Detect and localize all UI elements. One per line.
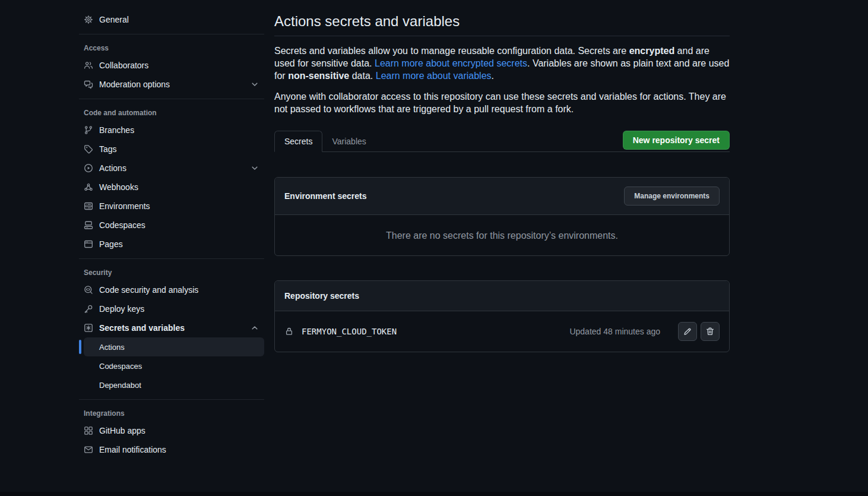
- sidebar-item-codespaces[interactable]: Codespaces: [79, 216, 264, 235]
- sidebar-item-actions[interactable]: Actions: [79, 159, 264, 178]
- server-icon: [84, 201, 93, 211]
- sidebar-subitem-label: Codespaces: [99, 362, 142, 371]
- chevron-down-icon: [250, 163, 259, 173]
- intro-bold-encrypted: encrypted: [629, 46, 674, 56]
- sidebar-item-moderation-options[interactable]: Moderation options: [79, 75, 264, 94]
- tab-row: Secrets Variables New repository secret: [274, 131, 730, 152]
- environment-secrets-header: Environment secrets Manage environments: [275, 178, 729, 215]
- play-icon: [84, 163, 93, 173]
- repository-secrets-box: Repository secrets FERMYON_CLOUD_TOKEN U…: [274, 280, 730, 352]
- delete-secret-button[interactable]: [701, 322, 720, 341]
- sidebar-item-label: Secrets and variables: [99, 323, 185, 333]
- new-repository-secret-button[interactable]: New repository secret: [623, 131, 730, 150]
- link-learn-variables[interactable]: Learn more about variables: [376, 71, 492, 81]
- sidebar-section-security: Security: [79, 264, 264, 280]
- sidebar-item-branches[interactable]: Branches: [79, 121, 264, 140]
- sidebar-item-environments[interactable]: Environments: [79, 197, 264, 216]
- sidebar-item-tags[interactable]: Tags: [79, 140, 264, 159]
- comment-discussion-icon: [84, 80, 93, 89]
- sidebar-item-code-security-and-analysis[interactable]: Code security and analysis: [79, 280, 264, 299]
- window-bottom-edge: [0, 492, 868, 496]
- sidebar-item-label: Branches: [99, 125, 134, 135]
- repository-secrets-title: Repository secrets: [284, 290, 359, 302]
- sidebar-subitem-label: Actions: [99, 343, 125, 352]
- sidebar-item-label: General: [99, 15, 129, 24]
- sidebar-item-label: GitHub apps: [99, 426, 145, 435]
- sidebar-item-webhooks[interactable]: Webhooks: [79, 178, 264, 197]
- environment-secrets-box: Environment secrets Manage environments …: [274, 177, 730, 256]
- key-asterisk-icon: [84, 323, 93, 333]
- codespaces-icon: [84, 220, 93, 230]
- intro-bold-non-sensitive: non-sensitive: [288, 71, 349, 81]
- browser-icon: [84, 239, 93, 249]
- sidebar-item-pages[interactable]: Pages: [79, 235, 264, 254]
- secret-name: FERMYON_CLOUD_TOKEN: [302, 327, 397, 336]
- environment-secrets-empty-state: There are no secrets for this repository…: [275, 215, 729, 255]
- sidebar-item-label: Actions: [99, 163, 126, 173]
- sidebar-item-label: Deploy keys: [99, 304, 144, 314]
- intro-text: data.: [349, 71, 375, 81]
- intro-paragraph: Secrets and variables allow you to manag…: [274, 45, 730, 82]
- edit-secret-button[interactable]: [678, 322, 697, 341]
- sidebar-item-label: Moderation options: [99, 80, 170, 89]
- main-content: Actions secrets and variables Secrets an…: [274, 0, 730, 352]
- webhook-icon: [84, 182, 93, 192]
- chevron-down-icon: [250, 80, 259, 89]
- tab-variables[interactable]: Variables: [322, 131, 375, 151]
- sidebar-section-access: Access: [79, 39, 264, 56]
- lock-icon: [284, 327, 294, 336]
- sidebar-item-deploy-keys[interactable]: Deploy keys: [79, 299, 264, 318]
- sidebar-item-collaborators[interactable]: Collaborators: [79, 56, 264, 75]
- sidebar-item-general[interactable]: General: [79, 10, 264, 29]
- tab-secrets[interactable]: Secrets: [274, 131, 322, 152]
- sidebar-item-label: Code security and analysis: [99, 285, 198, 295]
- intro-text: Secrets and variables allow you to manag…: [274, 46, 629, 56]
- sidebar-subitem-label: Dependabot: [99, 381, 141, 390]
- divider: [79, 99, 264, 99]
- codescan-icon: [84, 285, 93, 295]
- git-branch-icon: [84, 125, 93, 135]
- sidebar-item-label: Codespaces: [99, 220, 145, 230]
- tag-icon: [84, 144, 93, 154]
- settings-sidebar: General Access Collaborators Moderation …: [79, 10, 264, 459]
- people-icon: [84, 61, 93, 70]
- trash-icon: [705, 327, 715, 336]
- sidebar-subitem-codespaces[interactable]: Codespaces: [84, 356, 264, 375]
- chevron-up-icon: [250, 323, 259, 333]
- secret-updated-timestamp: Updated 48 minutes ago: [569, 327, 660, 336]
- mail-icon: [84, 445, 93, 454]
- key-icon: [84, 304, 93, 314]
- sidebar-section-integrations: Integrations: [79, 405, 264, 421]
- sidebar-item-secrets-and-variables[interactable]: Secrets and variables: [79, 318, 264, 337]
- secret-row: FERMYON_CLOUD_TOKEN Updated 48 minutes a…: [275, 311, 729, 352]
- sidebar-item-email-notifications[interactable]: Email notifications: [79, 440, 264, 459]
- environment-secrets-title: Environment secrets: [284, 190, 367, 202]
- repository-secrets-header: Repository secrets: [275, 281, 729, 311]
- sidebar-item-label: Webhooks: [99, 182, 138, 192]
- manage-environments-button[interactable]: Manage environments: [624, 187, 720, 206]
- intro-text: .: [492, 71, 494, 81]
- sidebar-item-label: Environments: [99, 201, 150, 211]
- divider: [79, 258, 264, 259]
- sidebar-subitem-dependabot[interactable]: Dependabot: [84, 375, 264, 394]
- active-indicator-bar: [79, 340, 81, 354]
- sidebar-item-label: Tags: [99, 144, 117, 154]
- divider: [79, 399, 264, 400]
- pencil-icon: [683, 327, 692, 336]
- sidebar-item-label: Pages: [99, 239, 123, 249]
- sidebar-subitem-actions[interactable]: Actions: [84, 337, 264, 356]
- gear-icon: [84, 15, 93, 24]
- sidebar-section-code-and-automation: Code and automation: [79, 104, 264, 121]
- sidebar-item-label: Email notifications: [99, 445, 166, 454]
- sidebar-item-label: Collaborators: [99, 61, 148, 70]
- collaborator-access-paragraph: Anyone with collaborator access to this …: [274, 90, 730, 115]
- sidebar-item-github-apps[interactable]: GitHub apps: [79, 421, 264, 440]
- divider: [79, 34, 264, 34]
- link-learn-encrypted-secrets[interactable]: Learn more about encrypted secrets: [375, 58, 527, 68]
- apps-icon: [84, 426, 93, 435]
- page-title: Actions secrets and variables: [274, 12, 730, 36]
